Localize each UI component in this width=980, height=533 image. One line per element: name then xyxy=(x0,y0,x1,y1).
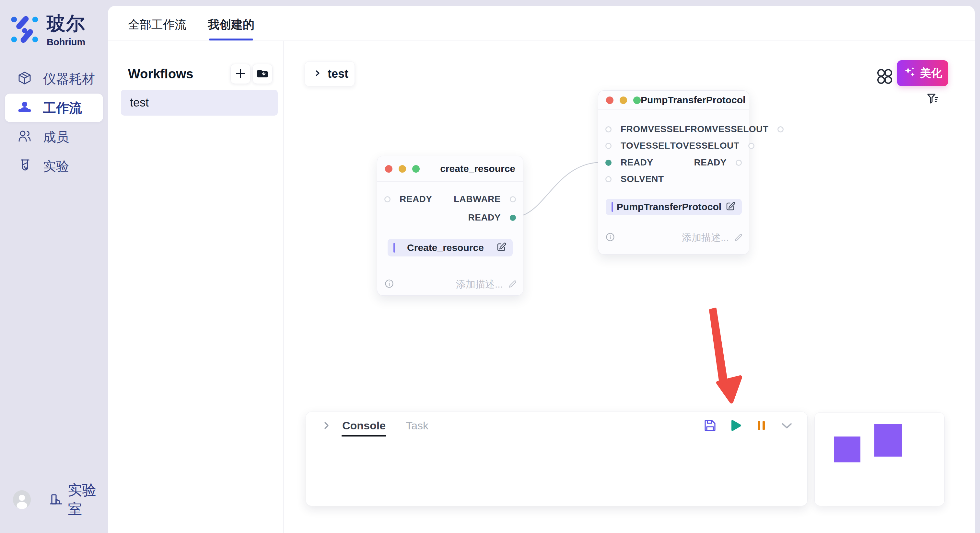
workflow-actions xyxy=(231,64,272,84)
box-icon xyxy=(17,71,32,87)
port-dot-icon[interactable] xyxy=(510,196,516,202)
main-panel: 全部工作流 我创建的 Workflows xyxy=(108,6,975,533)
green-dot-icon xyxy=(412,165,420,173)
pencil-icon[interactable] xyxy=(508,279,517,290)
red-arrow-annotation xyxy=(706,306,749,409)
app-root: 玻尔 Bohrium 仪器耗材 xyxy=(0,0,980,533)
node-title: PumpTransferProtocol xyxy=(641,95,745,106)
tab-task[interactable]: Task xyxy=(406,419,428,432)
node-action-pill[interactable]: Create_resource xyxy=(388,239,513,257)
workflows-title: Workflows xyxy=(128,67,194,81)
edit-icon[interactable] xyxy=(725,201,736,213)
workflow-list-panel: Workflows xyxy=(108,41,283,533)
input-port-fromvessel[interactable]: FROMVESSEL xyxy=(605,124,685,134)
chevron-down-icon[interactable] xyxy=(780,418,794,433)
minimap-node xyxy=(874,424,902,457)
node-pump-transfer-protocol[interactable]: PumpTransferProtocol FROMVESSEL FROMVESS… xyxy=(598,90,749,254)
tabbar: 全部工作流 我创建的 xyxy=(108,6,975,40)
console-panel: Console Task xyxy=(305,412,808,506)
node-action-pill[interactable]: PumpTransferProtocol xyxy=(606,199,742,215)
run-button[interactable] xyxy=(728,418,743,433)
add-workflow-button[interactable] xyxy=(231,64,250,84)
port-dot-icon[interactable] xyxy=(605,126,611,132)
logo-text: 玻尔 Bohrium xyxy=(47,11,86,48)
edit-icon[interactable] xyxy=(496,241,507,254)
sidebar-item-members[interactable]: 成员 xyxy=(5,123,103,151)
beautify-label: 美化 xyxy=(920,66,942,81)
node-action-label: Create_resource xyxy=(395,242,496,253)
sidebar-item-workflow[interactable]: 工作流 xyxy=(5,94,103,122)
port-dot-icon[interactable] xyxy=(605,176,611,182)
plus-icon xyxy=(235,68,246,80)
logo-subtitle: Bohrium xyxy=(47,37,86,48)
node-header: PumpTransferProtocol xyxy=(598,90,749,110)
breadcrumb[interactable]: test xyxy=(305,61,355,86)
tab-my-created[interactable]: 我创建的 xyxy=(208,17,255,40)
lab-label: 实验室 xyxy=(68,481,108,519)
port-dot-icon[interactable] xyxy=(736,160,742,166)
tab-all-workflows[interactable]: 全部工作流 xyxy=(128,17,186,40)
node-create-resource[interactable]: create_resource READY LABWARE READY xyxy=(377,156,523,296)
description-placeholder[interactable]: 添加描述... xyxy=(456,278,503,291)
description-placeholder[interactable]: 添加描述... xyxy=(682,231,729,244)
port-dot-icon[interactable] xyxy=(510,215,516,221)
info-icon[interactable] xyxy=(384,279,394,290)
sidebar-item-label: 实验 xyxy=(43,157,69,175)
sparkles-icon xyxy=(903,65,916,81)
node-footer: 添加描述... xyxy=(384,277,517,292)
port-dot-icon[interactable] xyxy=(605,160,611,166)
port-dot-icon[interactable] xyxy=(748,143,754,149)
port-dot-icon[interactable] xyxy=(605,143,611,149)
chevron-right-icon xyxy=(313,69,322,79)
port-dot-icon[interactable] xyxy=(384,196,390,202)
import-folder-button[interactable] xyxy=(253,64,272,84)
console-collapse-icon[interactable] xyxy=(319,418,334,433)
node-action-label: PumpTransferProtocol xyxy=(613,201,725,213)
input-port-solvent[interactable]: SOLVENT xyxy=(605,174,664,184)
logo[interactable]: 玻尔 Bohrium xyxy=(0,0,108,48)
sidebar-item-experiments[interactable]: 实验 xyxy=(5,152,103,180)
members-icon xyxy=(17,129,32,145)
output-port-fromvesselout[interactable]: FROMVESSELOUT xyxy=(685,124,784,134)
beautify-button[interactable]: 美化 xyxy=(897,60,948,86)
workflow-list-item[interactable]: test xyxy=(121,90,278,116)
tab-console[interactable]: Console xyxy=(342,419,386,432)
apps-grid-button[interactable] xyxy=(875,67,894,86)
input-port-ready[interactable]: READY xyxy=(605,157,653,168)
sidebar-item-instruments[interactable]: 仪器耗材 xyxy=(5,65,103,93)
people-icon xyxy=(17,100,32,116)
folder-download-icon xyxy=(257,69,268,79)
bohrium-logo-icon xyxy=(10,14,40,44)
port-dot-icon[interactable] xyxy=(778,126,784,132)
output-port-labware[interactable]: LABWARE xyxy=(454,194,516,204)
input-port-ready[interactable]: READY xyxy=(384,194,432,204)
traffic-light-icons xyxy=(606,97,641,104)
output-port-ready[interactable]: READY xyxy=(694,157,742,168)
workflow-canvas[interactable]: test create_resource READY xyxy=(283,41,975,533)
logo-title: 玻尔 xyxy=(47,11,86,36)
pencil-icon[interactable] xyxy=(733,232,743,243)
info-icon[interactable] xyxy=(605,232,615,243)
sidebar-footer: 实验室 xyxy=(13,481,108,519)
sidebar-nav: 仪器耗材 工作流 xyxy=(0,65,108,180)
sidebar-item-label: 工作流 xyxy=(43,99,82,117)
lab-switcher[interactable]: 实验室 xyxy=(49,481,108,519)
input-port-tovessel[interactable]: TOVESSEL xyxy=(605,141,670,151)
avatar[interactable] xyxy=(13,490,31,509)
output-port-tovesselout[interactable]: TOVESSELOUT xyxy=(670,141,754,151)
console-header: Console Task xyxy=(306,412,807,439)
test-tube-icon xyxy=(17,158,32,174)
breadcrumb-label: test xyxy=(328,67,348,81)
node-header: create_resource xyxy=(377,156,523,182)
node-footer: 添加描述... xyxy=(605,230,743,245)
minimap-node xyxy=(834,436,861,462)
sidebar-item-label: 仪器耗材 xyxy=(43,70,95,88)
yellow-dot-icon xyxy=(399,165,406,173)
output-port-ready[interactable]: READY xyxy=(468,213,516,223)
building-icon xyxy=(49,492,63,508)
save-button[interactable] xyxy=(703,418,718,433)
minimap[interactable] xyxy=(815,412,945,506)
red-dot-icon xyxy=(385,165,393,173)
filter-button[interactable] xyxy=(926,92,939,105)
pause-button[interactable] xyxy=(754,418,769,433)
